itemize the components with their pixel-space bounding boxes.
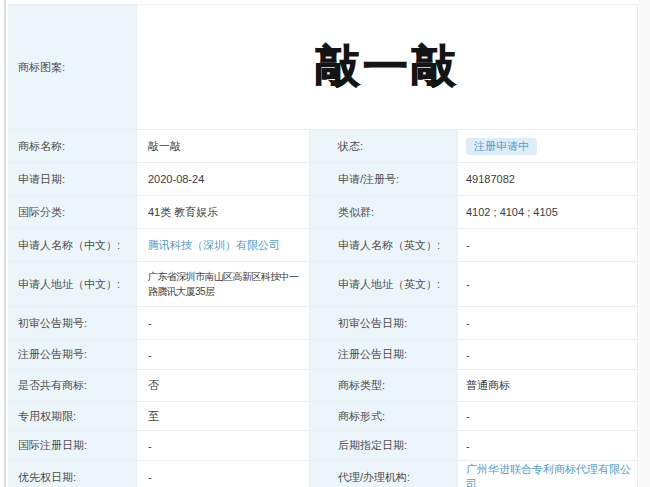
- table-row: 专用权期限: 至 商标形式: -: [8, 402, 637, 431]
- value-trademark-type: 普通商标: [458, 370, 637, 401]
- label-trademark-type: 商标类型:: [310, 370, 458, 401]
- value-applicant-address-cn: 广东省深圳市南山区高新区科技中一路腾讯大厦35层: [137, 262, 310, 306]
- value-later-designation-date: -: [458, 431, 637, 460]
- agency-link[interactable]: 广州华进联合专利商标代理有限公司: [466, 462, 637, 487]
- label-status: 状态:: [310, 130, 458, 162]
- label-application-date: 申请日期:: [8, 163, 137, 195]
- value-preliminary-gazette-no: -: [137, 307, 310, 339]
- label-registration-gazette-no: 注册公告期号:: [8, 340, 137, 369]
- trademark-image-cell: 敲一敲: [137, 5, 637, 129]
- table-row: 商标名称: 敲一敲 状态: 注册申请中: [8, 130, 637, 163]
- value-status: 注册申请中: [458, 130, 637, 162]
- page-left-border: [4, 0, 6, 487]
- value-exclusive-right-period: 至: [137, 402, 310, 430]
- table-row: 申请人地址（中文）: 广东省深圳市南山区高新区科技中一路腾讯大厦35层 申请人地…: [8, 262, 637, 307]
- value-international-class: 41类 教育娱乐: [137, 196, 310, 228]
- value-applicant-address-en: -: [458, 262, 637, 306]
- table-row: 申请人名称（中文）: 腾讯科技（深圳）有限公司 申请人名称（英文）: -: [8, 229, 637, 262]
- value-priority-date: -: [137, 461, 310, 487]
- label-international-registration-date: 国际注册日期:: [8, 431, 137, 460]
- label-later-designation-date: 后期指定日期:: [310, 431, 458, 460]
- value-applicant-name-en: -: [458, 229, 637, 261]
- label-trademark-name: 商标名称:: [8, 130, 137, 162]
- value-preliminary-gazette-date: -: [458, 307, 637, 339]
- applicant-name-link[interactable]: 腾讯科技（深圳）有限公司: [148, 238, 280, 253]
- table-row: 国际注册日期: - 后期指定日期: -: [8, 431, 637, 461]
- value-registration-gazette-no: -: [137, 340, 310, 369]
- table-row: 注册公告期号: - 注册公告日期: -: [8, 340, 637, 370]
- value-trademark-form: -: [458, 402, 637, 430]
- label-registration-gazette-date: 注册公告日期:: [310, 340, 458, 369]
- label-international-class: 国际分类:: [8, 196, 137, 228]
- table-row: 是否共有商标: 否 商标类型: 普通商标: [8, 370, 637, 402]
- label-preliminary-gazette-date: 初审公告日期:: [310, 307, 458, 339]
- value-trademark-name: 敲一敲: [137, 130, 310, 162]
- label-preliminary-gazette-no: 初审公告期号:: [8, 307, 137, 339]
- value-registration-gazette-date: -: [458, 340, 637, 369]
- label-applicant-name-en: 申请人名称（英文）:: [310, 229, 458, 261]
- table-row: 国际分类: 41类 教育娱乐 类似群: 4102 ; 4104 ; 4105: [8, 196, 637, 229]
- value-international-registration-date: -: [137, 431, 310, 460]
- label-trademark-image: 商标图案:: [8, 5, 137, 129]
- label-registration-number: 申请/注册号:: [310, 163, 458, 195]
- label-applicant-address-en: 申请人地址（英文）:: [310, 262, 458, 306]
- table-row: 申请日期: 2020-08-24 申请/注册号: 49187082: [8, 163, 637, 196]
- value-registration-number: 49187082: [458, 163, 637, 195]
- value-similar-group: 4102 ; 4104 ; 4105: [458, 196, 637, 228]
- label-agency: 代理/办理机构:: [310, 461, 458, 487]
- value-application-date: 2020-08-24: [137, 163, 310, 195]
- label-priority-date: 优先权日期:: [8, 461, 137, 487]
- value-applicant-name-cn: 腾讯科技（深圳）有限公司: [137, 229, 310, 261]
- status-badge[interactable]: 注册申请中: [466, 138, 537, 155]
- trademark-image-text: 敲一敲: [315, 37, 459, 97]
- label-is-shared-trademark: 是否共有商标:: [8, 370, 137, 401]
- table-row-trademark-image: 商标图案: 敲一敲: [8, 5, 637, 130]
- table-row: 优先权日期: - 代理/办理机构: 广州华进联合专利商标代理有限公司: [8, 461, 637, 487]
- trademark-info-table: 商标图案: 敲一敲 商标名称: 敲一敲 状态: 注册申请中 申请日期: 2020…: [8, 4, 638, 487]
- label-trademark-form: 商标形式:: [310, 402, 458, 430]
- label-applicant-name-cn: 申请人名称（中文）:: [8, 229, 137, 261]
- value-agency: 广州华进联合专利商标代理有限公司: [458, 461, 637, 487]
- value-is-shared-trademark: 否: [137, 370, 310, 401]
- label-applicant-address-cn: 申请人地址（中文）:: [8, 262, 137, 306]
- label-similar-group: 类似群:: [310, 196, 458, 228]
- page-right-gutter: [639, 0, 650, 487]
- table-row: 初审公告期号: - 初审公告日期: -: [8, 307, 637, 340]
- label-exclusive-right-period: 专用权期限:: [8, 402, 137, 430]
